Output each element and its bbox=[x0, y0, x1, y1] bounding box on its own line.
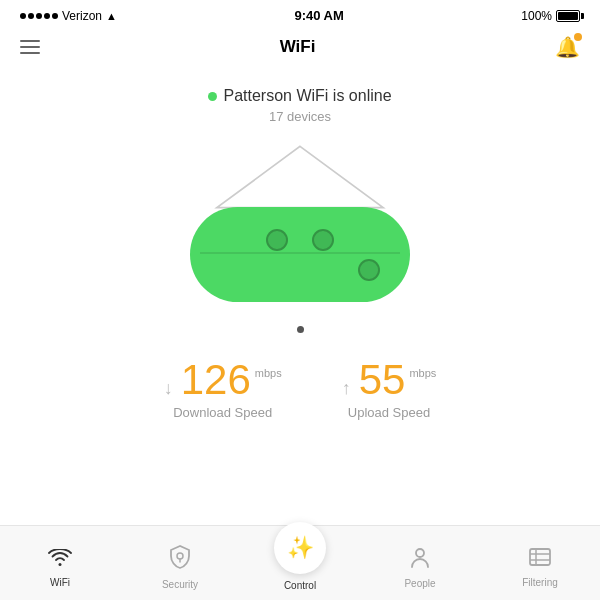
status-time: 9:40 AM bbox=[294, 8, 343, 23]
status-left: Verizon ▲ bbox=[20, 9, 117, 23]
speed-section: ↓ 126 mbps Download Speed ↑ 55 mbps Uplo… bbox=[0, 349, 600, 440]
download-speed-unit: mbps bbox=[255, 367, 282, 379]
svg-marker-0 bbox=[217, 146, 383, 207]
upload-speed-unit: mbps bbox=[409, 367, 436, 379]
nav-label-people: People bbox=[404, 578, 435, 589]
people-nav-icon bbox=[408, 546, 432, 574]
notifications-button[interactable]: 🔔 bbox=[555, 35, 580, 59]
network-status-text: Patterson WiFi is online bbox=[223, 87, 391, 105]
online-indicator: Patterson WiFi is online bbox=[20, 87, 580, 105]
nav-label-security: Security bbox=[162, 579, 198, 590]
online-dot bbox=[208, 92, 217, 101]
notification-badge bbox=[574, 33, 582, 41]
router-indicator-1 bbox=[266, 229, 288, 251]
network-status-section: Patterson WiFi is online 17 devices bbox=[0, 71, 600, 132]
nav-item-people[interactable]: People bbox=[360, 538, 480, 589]
nav-label-filtering: Filtering bbox=[522, 577, 558, 588]
house-roof bbox=[200, 142, 400, 212]
upload-speed-value: 55 bbox=[359, 359, 406, 401]
svg-rect-4 bbox=[530, 549, 550, 565]
download-speed-label: Download Speed bbox=[173, 405, 272, 420]
nav-label-wifi: WiFi bbox=[50, 577, 70, 588]
carousel-dots bbox=[0, 322, 600, 349]
download-value-row: ↓ 126 mbps bbox=[164, 359, 282, 401]
security-nav-icon bbox=[169, 545, 191, 575]
status-right: 100% bbox=[521, 9, 580, 23]
router-illustration-container bbox=[0, 132, 600, 322]
router-illustration bbox=[180, 142, 420, 312]
download-speed-value: 126 bbox=[181, 359, 251, 401]
menu-button[interactable] bbox=[20, 40, 40, 54]
router-top-row bbox=[266, 229, 334, 251]
control-circle-button[interactable]: ✨ bbox=[274, 522, 326, 574]
router-device[interactable] bbox=[190, 207, 410, 302]
upload-speed-label: Upload Speed bbox=[348, 405, 430, 420]
nav-item-wifi[interactable]: WiFi bbox=[0, 539, 120, 588]
download-speed-item: ↓ 126 mbps Download Speed bbox=[164, 359, 282, 420]
router-divider bbox=[200, 252, 400, 254]
bottom-nav: WiFi Security ✨ Control People bbox=[0, 525, 600, 600]
battery-icon bbox=[556, 10, 580, 22]
carrier-label: Verizon bbox=[62, 9, 102, 23]
upload-value-row: ↑ 55 mbps bbox=[342, 359, 437, 401]
battery-percent: 100% bbox=[521, 9, 552, 23]
wifi-nav-icon bbox=[48, 547, 72, 573]
svg-point-2 bbox=[177, 553, 183, 559]
status-bar: Verizon ▲ 9:40 AM 100% bbox=[0, 0, 600, 27]
upload-arrow-icon: ↑ bbox=[342, 378, 351, 399]
page-title: WiFi bbox=[280, 37, 316, 57]
wifi-status-icon: ▲ bbox=[106, 10, 117, 22]
device-count: 17 devices bbox=[20, 109, 580, 124]
filtering-nav-icon bbox=[528, 547, 552, 573]
router-indicator-3 bbox=[358, 259, 380, 281]
header: WiFi 🔔 bbox=[0, 27, 600, 71]
nav-item-filtering[interactable]: Filtering bbox=[480, 539, 600, 588]
nav-item-security[interactable]: Security bbox=[120, 537, 240, 590]
signal-dots bbox=[20, 13, 58, 19]
svg-point-3 bbox=[416, 549, 424, 557]
router-bottom-row bbox=[190, 259, 410, 281]
download-arrow-icon: ↓ bbox=[164, 378, 173, 399]
control-nav-icon: ✨ bbox=[287, 535, 314, 561]
carousel-dot-1[interactable] bbox=[297, 326, 304, 333]
nav-item-control[interactable]: ✨ Control bbox=[240, 536, 360, 591]
nav-label-control: Control bbox=[284, 580, 316, 591]
upload-speed-item: ↑ 55 mbps Upload Speed bbox=[342, 359, 437, 420]
router-indicator-2 bbox=[312, 229, 334, 251]
